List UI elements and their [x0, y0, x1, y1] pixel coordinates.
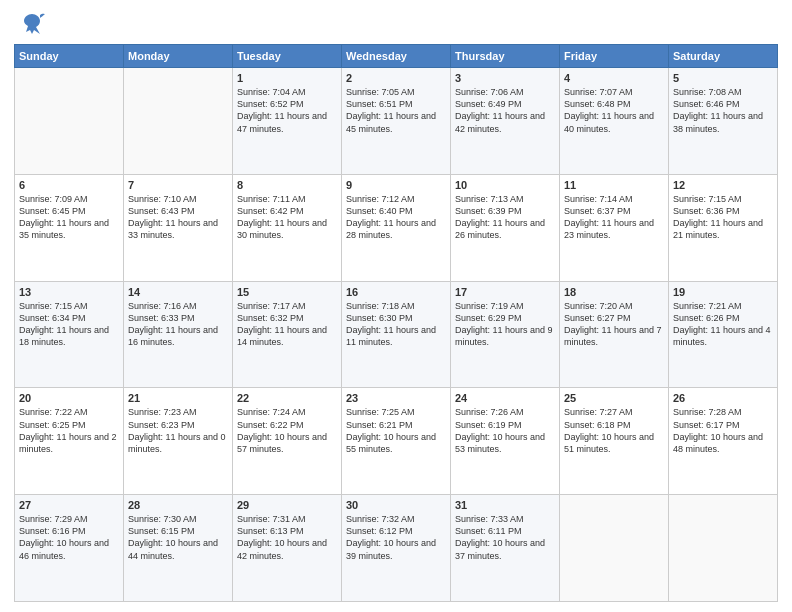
calendar-cell: 15Sunrise: 7:17 AM Sunset: 6:32 PM Dayli… [233, 281, 342, 388]
weekday-header: Tuesday [233, 45, 342, 68]
calendar-cell: 18Sunrise: 7:20 AM Sunset: 6:27 PM Dayli… [560, 281, 669, 388]
day-number: 10 [455, 179, 555, 191]
day-number: 15 [237, 286, 337, 298]
day-number: 26 [673, 392, 773, 404]
calendar-cell: 10Sunrise: 7:13 AM Sunset: 6:39 PM Dayli… [451, 174, 560, 281]
day-number: 16 [346, 286, 446, 298]
day-number: 25 [564, 392, 664, 404]
day-info: Sunrise: 7:09 AM Sunset: 6:45 PM Dayligh… [19, 193, 119, 242]
weekday-header: Monday [124, 45, 233, 68]
calendar-cell: 3Sunrise: 7:06 AM Sunset: 6:49 PM Daylig… [451, 68, 560, 175]
day-number: 19 [673, 286, 773, 298]
weekday-header: Wednesday [342, 45, 451, 68]
day-number: 2 [346, 72, 446, 84]
day-number: 22 [237, 392, 337, 404]
day-info: Sunrise: 7:06 AM Sunset: 6:49 PM Dayligh… [455, 86, 555, 135]
day-number: 18 [564, 286, 664, 298]
calendar-cell: 20Sunrise: 7:22 AM Sunset: 6:25 PM Dayli… [15, 388, 124, 495]
calendar-cell: 26Sunrise: 7:28 AM Sunset: 6:17 PM Dayli… [669, 388, 778, 495]
calendar-cell [560, 495, 669, 602]
day-number: 5 [673, 72, 773, 84]
day-number: 29 [237, 499, 337, 511]
calendar-cell: 17Sunrise: 7:19 AM Sunset: 6:29 PM Dayli… [451, 281, 560, 388]
calendar-cell: 30Sunrise: 7:32 AM Sunset: 6:12 PM Dayli… [342, 495, 451, 602]
day-info: Sunrise: 7:22 AM Sunset: 6:25 PM Dayligh… [19, 406, 119, 455]
day-number: 27 [19, 499, 119, 511]
day-info: Sunrise: 7:10 AM Sunset: 6:43 PM Dayligh… [128, 193, 228, 242]
calendar-cell: 7Sunrise: 7:10 AM Sunset: 6:43 PM Daylig… [124, 174, 233, 281]
calendar-cell: 22Sunrise: 7:24 AM Sunset: 6:22 PM Dayli… [233, 388, 342, 495]
day-info: Sunrise: 7:13 AM Sunset: 6:39 PM Dayligh… [455, 193, 555, 242]
calendar-cell: 4Sunrise: 7:07 AM Sunset: 6:48 PM Daylig… [560, 68, 669, 175]
day-info: Sunrise: 7:18 AM Sunset: 6:30 PM Dayligh… [346, 300, 446, 349]
calendar-cell: 19Sunrise: 7:21 AM Sunset: 6:26 PM Dayli… [669, 281, 778, 388]
day-info: Sunrise: 7:25 AM Sunset: 6:21 PM Dayligh… [346, 406, 446, 455]
day-info: Sunrise: 7:05 AM Sunset: 6:51 PM Dayligh… [346, 86, 446, 135]
day-number: 24 [455, 392, 555, 404]
weekday-header: Saturday [669, 45, 778, 68]
day-number: 17 [455, 286, 555, 298]
day-number: 3 [455, 72, 555, 84]
calendar-cell [669, 495, 778, 602]
day-number: 4 [564, 72, 664, 84]
day-info: Sunrise: 7:24 AM Sunset: 6:22 PM Dayligh… [237, 406, 337, 455]
calendar-cell: 25Sunrise: 7:27 AM Sunset: 6:18 PM Dayli… [560, 388, 669, 495]
weekday-header: Friday [560, 45, 669, 68]
day-number: 30 [346, 499, 446, 511]
day-number: 8 [237, 179, 337, 191]
day-info: Sunrise: 7:14 AM Sunset: 6:37 PM Dayligh… [564, 193, 664, 242]
calendar-cell: 9Sunrise: 7:12 AM Sunset: 6:40 PM Daylig… [342, 174, 451, 281]
day-info: Sunrise: 7:11 AM Sunset: 6:42 PM Dayligh… [237, 193, 337, 242]
day-info: Sunrise: 7:33 AM Sunset: 6:11 PM Dayligh… [455, 513, 555, 562]
calendar-cell: 1Sunrise: 7:04 AM Sunset: 6:52 PM Daylig… [233, 68, 342, 175]
day-info: Sunrise: 7:04 AM Sunset: 6:52 PM Dayligh… [237, 86, 337, 135]
day-info: Sunrise: 7:28 AM Sunset: 6:17 PM Dayligh… [673, 406, 773, 455]
calendar-cell [124, 68, 233, 175]
day-info: Sunrise: 7:23 AM Sunset: 6:23 PM Dayligh… [128, 406, 228, 455]
calendar-cell: 2Sunrise: 7:05 AM Sunset: 6:51 PM Daylig… [342, 68, 451, 175]
day-number: 21 [128, 392, 228, 404]
day-info: Sunrise: 7:15 AM Sunset: 6:34 PM Dayligh… [19, 300, 119, 349]
day-number: 6 [19, 179, 119, 191]
day-info: Sunrise: 7:12 AM Sunset: 6:40 PM Dayligh… [346, 193, 446, 242]
day-info: Sunrise: 7:16 AM Sunset: 6:33 PM Dayligh… [128, 300, 228, 349]
day-info: Sunrise: 7:20 AM Sunset: 6:27 PM Dayligh… [564, 300, 664, 349]
day-info: Sunrise: 7:30 AM Sunset: 6:15 PM Dayligh… [128, 513, 228, 562]
calendar-cell: 6Sunrise: 7:09 AM Sunset: 6:45 PM Daylig… [15, 174, 124, 281]
calendar-cell: 29Sunrise: 7:31 AM Sunset: 6:13 PM Dayli… [233, 495, 342, 602]
day-number: 14 [128, 286, 228, 298]
day-number: 11 [564, 179, 664, 191]
day-info: Sunrise: 7:27 AM Sunset: 6:18 PM Dayligh… [564, 406, 664, 455]
day-info: Sunrise: 7:07 AM Sunset: 6:48 PM Dayligh… [564, 86, 664, 135]
calendar-cell: 28Sunrise: 7:30 AM Sunset: 6:15 PM Dayli… [124, 495, 233, 602]
calendar-cell: 21Sunrise: 7:23 AM Sunset: 6:23 PM Dayli… [124, 388, 233, 495]
day-number: 7 [128, 179, 228, 191]
calendar-cell: 13Sunrise: 7:15 AM Sunset: 6:34 PM Dayli… [15, 281, 124, 388]
day-number: 12 [673, 179, 773, 191]
calendar-cell: 16Sunrise: 7:18 AM Sunset: 6:30 PM Dayli… [342, 281, 451, 388]
day-number: 23 [346, 392, 446, 404]
day-info: Sunrise: 7:17 AM Sunset: 6:32 PM Dayligh… [237, 300, 337, 349]
day-info: Sunrise: 7:26 AM Sunset: 6:19 PM Dayligh… [455, 406, 555, 455]
logo-bird-icon [18, 10, 46, 38]
weekday-header: Sunday [15, 45, 124, 68]
weekday-header: Thursday [451, 45, 560, 68]
day-info: Sunrise: 7:08 AM Sunset: 6:46 PM Dayligh… [673, 86, 773, 135]
calendar-cell: 8Sunrise: 7:11 AM Sunset: 6:42 PM Daylig… [233, 174, 342, 281]
day-info: Sunrise: 7:32 AM Sunset: 6:12 PM Dayligh… [346, 513, 446, 562]
calendar-cell: 24Sunrise: 7:26 AM Sunset: 6:19 PM Dayli… [451, 388, 560, 495]
page: SundayMondayTuesdayWednesdayThursdayFrid… [0, 0, 792, 612]
calendar-cell: 14Sunrise: 7:16 AM Sunset: 6:33 PM Dayli… [124, 281, 233, 388]
calendar-cell: 11Sunrise: 7:14 AM Sunset: 6:37 PM Dayli… [560, 174, 669, 281]
day-number: 31 [455, 499, 555, 511]
day-info: Sunrise: 7:19 AM Sunset: 6:29 PM Dayligh… [455, 300, 555, 349]
day-number: 28 [128, 499, 228, 511]
calendar-cell: 12Sunrise: 7:15 AM Sunset: 6:36 PM Dayli… [669, 174, 778, 281]
calendar-cell [15, 68, 124, 175]
day-number: 9 [346, 179, 446, 191]
day-info: Sunrise: 7:29 AM Sunset: 6:16 PM Dayligh… [19, 513, 119, 562]
day-number: 1 [237, 72, 337, 84]
header [14, 10, 778, 38]
day-info: Sunrise: 7:15 AM Sunset: 6:36 PM Dayligh… [673, 193, 773, 242]
calendar-cell: 27Sunrise: 7:29 AM Sunset: 6:16 PM Dayli… [15, 495, 124, 602]
